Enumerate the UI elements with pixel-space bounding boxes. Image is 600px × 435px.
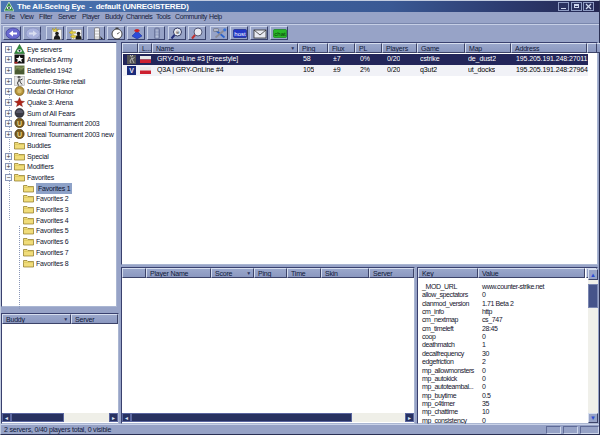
svg-text:host: host (234, 31, 246, 37)
svg-text:chat: chat (274, 31, 286, 37)
svg-text:U: U (17, 120, 22, 127)
svg-text:V: V (129, 67, 134, 74)
svg-text:U: U (17, 131, 22, 138)
svg-text:⊕: ⊕ (175, 29, 179, 35)
